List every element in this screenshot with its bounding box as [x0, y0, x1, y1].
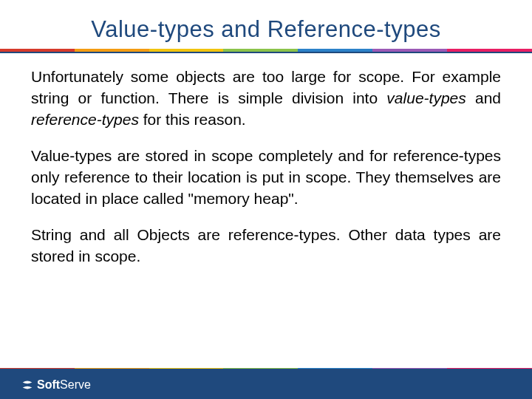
slide: Value-types and Reference-types Unfortun…	[0, 0, 532, 399]
italic-term: reference-types	[31, 111, 139, 128]
paragraph-2: Value-types are stored in scope complete…	[31, 146, 501, 210]
brand-logo: SoftServe	[21, 378, 91, 392]
paragraph-1: Unfortunately some objects are too large…	[31, 66, 501, 131]
slide-content: Unfortunately some objects are too large…	[0, 53, 532, 267]
brand-text-bold: Soft	[37, 378, 60, 392]
footer-bar: SoftServe	[0, 369, 532, 399]
text-run: and	[466, 89, 501, 106]
paragraph-3: String and all Objects are reference-typ…	[31, 225, 501, 267]
brand-icon	[21, 378, 34, 392]
text-run: for this reason.	[139, 111, 246, 128]
brand-text-light: Serve	[60, 378, 91, 392]
slide-title: Value-types and Reference-types	[0, 0, 532, 49]
italic-term: value-types	[386, 89, 466, 106]
